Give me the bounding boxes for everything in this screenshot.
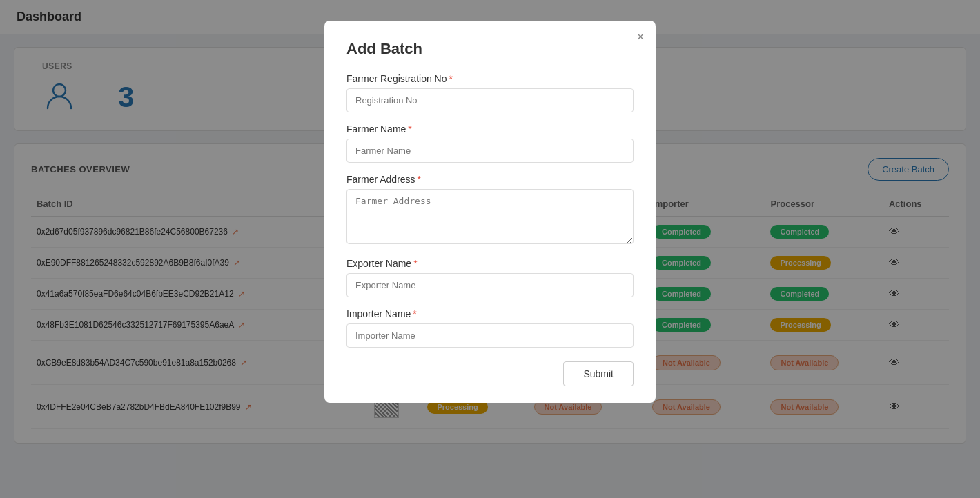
exporter-name-label: Exporter Name*: [346, 258, 634, 269]
add-batch-modal: × Add Batch Farmer Registration No* Farm…: [324, 21, 656, 403]
modal-close-button[interactable]: ×: [636, 29, 645, 45]
importer-name-label: Importer Name*: [346, 308, 634, 319]
exporter-name-group: Exporter Name*: [346, 258, 634, 297]
submit-wrapper: Submit: [346, 361, 634, 386]
farmer-name-input[interactable]: [346, 139, 634, 163]
farmer-address-input[interactable]: [346, 189, 634, 244]
modal-title: Add Batch: [346, 40, 634, 58]
farmer-name-label: Farmer Name*: [346, 123, 634, 135]
reg-no-label: Farmer Registration No*: [346, 73, 634, 84]
modal-overlay: × Add Batch Farmer Registration No* Farm…: [0, 0, 980, 457]
reg-no-input[interactable]: [346, 88, 634, 112]
exporter-name-input[interactable]: [346, 273, 634, 297]
farmer-address-label: Farmer Address*: [346, 174, 634, 185]
importer-name-input[interactable]: [346, 323, 634, 348]
farmer-name-group: Farmer Name*: [346, 123, 634, 163]
reg-no-group: Farmer Registration No*: [346, 73, 634, 112]
importer-name-group: Importer Name*: [346, 308, 634, 348]
farmer-address-group: Farmer Address*: [346, 174, 634, 247]
submit-button[interactable]: Submit: [563, 361, 634, 386]
